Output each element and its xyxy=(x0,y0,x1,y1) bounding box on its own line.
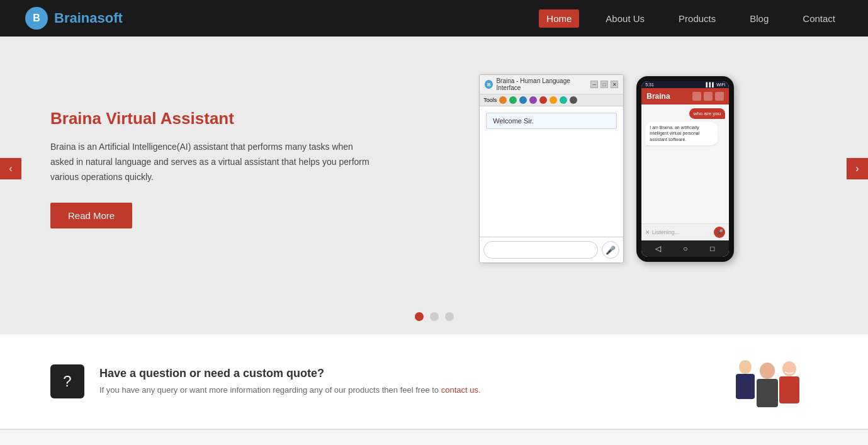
cta-section: ? Have a question or need a custom quote… xyxy=(0,334,868,429)
svg-rect-5 xyxy=(779,376,799,403)
desktop-mockup: B Braina - Human Language Interface ─ □ … xyxy=(479,74,624,263)
question-mark-icon: ? xyxy=(63,373,71,390)
phone-recents-button[interactable]: □ xyxy=(707,244,718,254)
people-group-svg xyxy=(717,353,818,410)
phone-chat-area: who are you I am Braina, an artificially… xyxy=(641,104,729,223)
hero-content: Braina Virtual Assistant Braina is an Ar… xyxy=(50,109,396,228)
svg-point-2 xyxy=(760,363,775,379)
nav-link-blog[interactable]: Blog xyxy=(742,9,776,28)
nav-link-home[interactable]: Home xyxy=(539,9,579,28)
svg-rect-1 xyxy=(736,374,755,399)
hero-images: B Braina - Human Language Interface ─ □ … xyxy=(396,74,818,263)
titlebar-controls: ─ □ ✕ xyxy=(590,81,618,88)
phone-mic-button[interactable]: 🎤 xyxy=(714,227,725,238)
toolbar-icon-7 xyxy=(560,96,567,104)
cta-title: Have a question or need a custom quote? xyxy=(99,367,702,380)
read-more-button[interactable]: Read More xyxy=(50,203,132,228)
brand-logo[interactable]: B Brainasoft xyxy=(25,7,123,30)
toolbar-icon-8 xyxy=(570,96,577,104)
phone-header: Braina xyxy=(641,88,729,104)
nav-link-about[interactable]: About Us xyxy=(598,9,652,28)
cta-contact-link[interactable]: contact us. xyxy=(441,385,481,395)
footer: COMPANY About Us We are Hiring Media Lib… xyxy=(0,429,868,445)
nav-link-products[interactable]: Products xyxy=(671,9,723,28)
brand-soft: soft xyxy=(97,10,122,26)
toolbar-icon-4 xyxy=(529,96,537,104)
minimize-button[interactable]: ─ xyxy=(590,81,598,88)
slider-dot-3[interactable] xyxy=(445,312,454,321)
svg-rect-3 xyxy=(757,379,778,407)
toolbar-icon-3 xyxy=(519,96,527,104)
phone-input-area: ✕ Listening... 🎤 xyxy=(641,223,729,240)
phone-statusbar: 5:31 ▌▌▌ WiFi xyxy=(641,81,729,88)
nav-link-contact[interactable]: Contact xyxy=(795,9,843,28)
cta-icon: ? xyxy=(50,364,84,398)
toolbar-icon-6 xyxy=(550,96,557,104)
phone-home-button[interactable]: ○ xyxy=(680,244,690,254)
cta-people-image xyxy=(717,353,818,410)
phone-icon-3 xyxy=(715,92,724,101)
phone-mockup: 5:31 ▌▌▌ WiFi Braina who are you I am Br… xyxy=(636,76,734,262)
cta-description: If you have any query or want more infor… xyxy=(99,384,702,397)
chat-welcome-bubble: Welcome Sir. xyxy=(486,113,617,129)
phone-bubble-user: who are you xyxy=(689,108,726,119)
titlebar-left: B Braina - Human Language Interface xyxy=(485,77,590,91)
phone-listening-text: ✕ Listening... xyxy=(645,229,679,235)
cta-desc-text: If you have any query or want more infor… xyxy=(99,385,439,395)
toolbar-icon-5 xyxy=(539,96,547,104)
brand-icon: B xyxy=(25,7,48,30)
svg-point-4 xyxy=(782,361,796,376)
titlebar-title: Braina - Human Language Interface xyxy=(496,77,590,91)
brand-letter: B xyxy=(33,13,40,24)
braina-b-icon: B xyxy=(485,80,493,89)
phone-signal: ▌▌▌ WiFi xyxy=(706,82,725,87)
desktop-input-area: 🎤 xyxy=(480,237,623,262)
toolbar-icon-1 xyxy=(499,96,507,104)
navbar: B Brainasoft Home About Us Products Blog… xyxy=(0,0,868,37)
phone-icon-1 xyxy=(692,92,701,101)
brand-braina: Braina xyxy=(54,10,97,26)
hero-description: Braina is an Artificial Intelligence(AI)… xyxy=(50,140,371,184)
desktop-chat-area: Welcome Sir. xyxy=(480,106,623,237)
slider-dot-2[interactable] xyxy=(430,312,439,321)
hero-title: Braina Virtual Assistant xyxy=(50,109,371,128)
desktop-toolbar: Tools xyxy=(480,94,623,106)
nav-links: Home About Us Products Blog Contact xyxy=(539,9,843,28)
maximize-button[interactable]: □ xyxy=(600,81,608,88)
slider-next-button[interactable]: › xyxy=(847,158,868,179)
desktop-titlebar: B Braina - Human Language Interface ─ □ … xyxy=(480,75,623,94)
toolbar-label: Tools xyxy=(483,97,497,103)
toolbar-icon-2 xyxy=(509,96,517,104)
phone-header-icons xyxy=(692,92,724,101)
phone-time: 5:31 xyxy=(645,82,654,87)
close-button[interactable]: ✕ xyxy=(611,81,618,88)
phone-icon-2 xyxy=(704,92,713,101)
svg-point-0 xyxy=(739,360,752,374)
phone-screen: 5:31 ▌▌▌ WiFi Braina who are you I am Br… xyxy=(641,81,729,257)
phone-back-button[interactable]: ◁ xyxy=(653,244,663,254)
slider-prev-button[interactable]: ‹ xyxy=(0,158,21,179)
phone-bottom-bar: ◁ ○ □ xyxy=(641,240,729,257)
slider-dots xyxy=(0,301,868,334)
phone-bubble-bot: I am Braina, an artificially intelligent… xyxy=(645,122,717,145)
cta-text: Have a question or need a custom quote? … xyxy=(99,367,702,397)
desktop-input-field[interactable] xyxy=(483,241,598,259)
hero-section: ‹ Braina Virtual Assistant Braina is an … xyxy=(0,37,868,301)
phone-logo: Braina xyxy=(646,92,670,101)
brand-name: Brainasoft xyxy=(54,10,123,26)
desktop-mic-button[interactable]: 🎤 xyxy=(602,241,619,259)
slider-dot-1[interactable] xyxy=(415,312,424,321)
